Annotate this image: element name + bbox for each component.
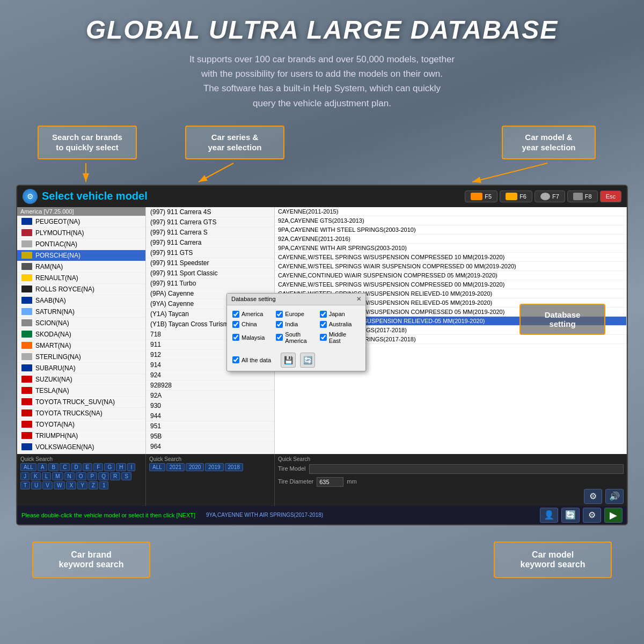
db-checkbox-japan[interactable] bbox=[320, 311, 327, 318]
year-btn-l[interactable]: L bbox=[42, 472, 52, 480]
model-year-btn-2020[interactable]: 2020 bbox=[186, 463, 204, 471]
trim-9pa-steel[interactable]: 9PA,CAYENNE WITH STEEL SPRINGS(2003-2010… bbox=[275, 225, 626, 235]
db-check-india[interactable]: India bbox=[276, 321, 316, 328]
trim-92a-gts[interactable]: 92A,CAYENNE GTS(2013-2013) bbox=[275, 216, 626, 225]
brand-item-skoda[interactable]: SKODA(NA) bbox=[17, 329, 145, 340]
model-item-997-turbo[interactable]: (997) 911 Turbo bbox=[146, 279, 274, 289]
db-check-japan[interactable]: Japan bbox=[320, 311, 360, 318]
brand-item-renault[interactable]: RENAULT(NA) bbox=[17, 273, 145, 284]
model-year-btn-all[interactable]: ALL bbox=[149, 463, 165, 471]
year-btn-h[interactable]: H bbox=[116, 463, 126, 471]
f5-button[interactable]: F5 bbox=[465, 191, 497, 202]
year-btn-c[interactable]: C bbox=[60, 463, 70, 471]
f6-button[interactable]: F6 bbox=[500, 191, 532, 202]
user-button[interactable]: 👤 bbox=[540, 508, 558, 523]
brand-item-peugeot[interactable]: PEUGEOT(NA) bbox=[17, 216, 145, 228]
model-item-997-gts[interactable]: (997) 911 Carrera GTS bbox=[146, 217, 274, 228]
trim-steel-00mm[interactable]: CAYENNE,W/STEEL SPRINGS W/AIR SUSPENSION… bbox=[275, 262, 626, 271]
db-checkbox-europe[interactable] bbox=[276, 311, 283, 318]
db-checkbox-middle-east[interactable] bbox=[320, 334, 327, 341]
model-year-btn-2019[interactable]: 2019 bbox=[205, 463, 223, 471]
db-check-south-america[interactable]: SouthAmerica bbox=[276, 331, 316, 344]
model-year-btn-2018[interactable]: 2018 bbox=[225, 463, 243, 471]
year-btn-z[interactable]: Z bbox=[89, 481, 98, 489]
model-item-951[interactable]: 951 bbox=[146, 421, 274, 431]
next-button[interactable]: ▶ bbox=[604, 508, 623, 523]
brand-item-pontiac[interactable]: PONTIAC(NA) bbox=[17, 239, 145, 250]
brand-item-plymouth[interactable]: PLYMOUTH(NA) bbox=[17, 228, 145, 239]
year-btn-g[interactable]: G bbox=[104, 463, 115, 471]
db-checkbox-india[interactable] bbox=[276, 321, 283, 328]
tire-diameter-input[interactable] bbox=[317, 477, 343, 487]
brand-item-ram[interactable]: RAM(NA) bbox=[17, 261, 145, 273]
brand-item-volkswagen[interactable]: VOLKSWAGEN(NA) bbox=[17, 442, 145, 453]
year-btn-y[interactable]: Y bbox=[77, 481, 87, 489]
year-btn-t[interactable]: T bbox=[20, 481, 30, 489]
esc-button[interactable]: Esc bbox=[600, 191, 621, 202]
db-check-all[interactable]: All the data bbox=[232, 356, 271, 363]
audio-button[interactable]: 🔊 bbox=[605, 489, 624, 504]
brand-item-saturn[interactable]: SATURN(NA) bbox=[17, 306, 145, 318]
model-item-997-4s[interactable]: (997) 911 Carrera 4S bbox=[146, 207, 274, 217]
db-save-button[interactable]: 💾 bbox=[281, 353, 296, 368]
db-check-europe[interactable]: Europe bbox=[276, 311, 316, 318]
year-btn-e[interactable]: E bbox=[83, 463, 93, 471]
db-check-china[interactable]: China bbox=[232, 321, 273, 328]
db-popup-close-button[interactable]: ✕ bbox=[356, 296, 361, 303]
year-btn-q[interactable]: Q bbox=[98, 472, 109, 480]
f8-button[interactable]: F8 bbox=[567, 191, 598, 202]
brand-item-tesla[interactable]: TESLA(NA) bbox=[17, 385, 145, 397]
year-btn-p[interactable]: P bbox=[87, 472, 98, 480]
model-item-997-carrera[interactable]: (997) 911 Carrera bbox=[146, 238, 274, 248]
trim-cayenne-2011[interactable]: CAYENNE(2011-2015) bbox=[275, 207, 626, 216]
year-btn-r[interactable]: R bbox=[110, 472, 120, 480]
brand-item-toyota-truck[interactable]: TOYOTA TRUCK_SUV(NA) bbox=[17, 397, 145, 408]
year-btn-u[interactable]: U bbox=[31, 481, 41, 489]
db-refresh-button[interactable]: 🔄 bbox=[300, 353, 315, 368]
year-btn-s[interactable]: S bbox=[121, 472, 131, 480]
model-item-944[interactable]: 944 bbox=[146, 411, 274, 421]
brand-item-rollsroyce[interactable]: ROLLS ROYCE(NA) bbox=[17, 284, 145, 295]
f7-button[interactable]: F7 bbox=[535, 191, 565, 202]
year-btn-j[interactable]: J bbox=[20, 472, 30, 480]
brand-item-porsche[interactable]: PORSCHE(NA) bbox=[17, 250, 145, 261]
brand-item-saab[interactable]: SAAB(NA) bbox=[17, 295, 145, 306]
tire-model-input[interactable] bbox=[309, 464, 624, 474]
db-checkbox-malaysia[interactable] bbox=[232, 334, 239, 341]
year-btn-b[interactable]: B bbox=[48, 463, 58, 471]
model-item-997-speed[interactable]: (997) 911 Speedster bbox=[146, 258, 274, 268]
model-item-924[interactable]: 924 bbox=[146, 370, 274, 380]
database-popup[interactable]: Database setting ✕ America Europe Japan … bbox=[226, 293, 366, 371]
trim-92a-cayenne[interactable]: 92A,CAYENNE(2011-2016) bbox=[275, 235, 626, 244]
model-item-997-s[interactable]: (997) 911 Carrera S bbox=[146, 228, 274, 238]
refresh-button[interactable]: 🔄 bbox=[561, 508, 580, 523]
db-checkbox-china[interactable] bbox=[232, 321, 239, 328]
brand-item-triumph[interactable]: TRIUMPH(NA) bbox=[17, 430, 145, 442]
db-check-malaysia[interactable]: Malaysia bbox=[232, 331, 273, 344]
year-btn-o[interactable]: O bbox=[76, 472, 86, 480]
brand-item-suzuki[interactable]: SUZUKI(NA) bbox=[17, 374, 145, 385]
year-btn-x[interactable]: X bbox=[66, 481, 76, 489]
db-checkbox-australia[interactable] bbox=[320, 321, 327, 328]
model-item-997-sport[interactable]: (997) 911 Sport Classic bbox=[146, 268, 274, 279]
db-check-australia[interactable]: Australia bbox=[320, 321, 360, 328]
year-btn-w[interactable]: W bbox=[54, 481, 65, 489]
model-item-928[interactable]: 928928 bbox=[146, 380, 274, 391]
brand-item-subaru[interactable]: SUBARU(NA) bbox=[17, 363, 145, 374]
brand-item-smart[interactable]: SMART(NA) bbox=[17, 340, 145, 352]
brands-column[interactable]: America [V7.25.000] PEUGEOT(NA) PLYMOUTH… bbox=[17, 207, 146, 454]
model-item-964[interactable]: 964 bbox=[146, 442, 274, 452]
year-btn-all[interactable]: ALL bbox=[20, 463, 36, 471]
model-item-930[interactable]: 930 bbox=[146, 401, 274, 411]
db-checkbox-south-america[interactable] bbox=[276, 334, 283, 341]
brand-item-scion[interactable]: SCION(NA) bbox=[17, 318, 145, 329]
brand-item-sterling[interactable]: STERLING(NA) bbox=[17, 352, 145, 363]
year-btn-i[interactable]: I bbox=[127, 463, 135, 471]
trim-steel-10mm[interactable]: CAYENNE,W/STEEL SPRINGS W/SUSPENSION COM… bbox=[275, 253, 626, 262]
year-btn-m[interactable]: M bbox=[52, 472, 63, 480]
year-btn-v[interactable]: V bbox=[42, 481, 53, 489]
trim-steel-comp00[interactable]: CAYENNE,W/STEEL SPRINGS W/SUSPENSION COM… bbox=[275, 280, 626, 289]
model-year-btn-2021[interactable]: 2021 bbox=[166, 463, 185, 471]
db-checkbox-america[interactable] bbox=[232, 311, 239, 318]
trim-9pa-air[interactable]: 9PA,CAYENNE WITH AIR SPRINGS(2003-2010) bbox=[275, 244, 626, 253]
